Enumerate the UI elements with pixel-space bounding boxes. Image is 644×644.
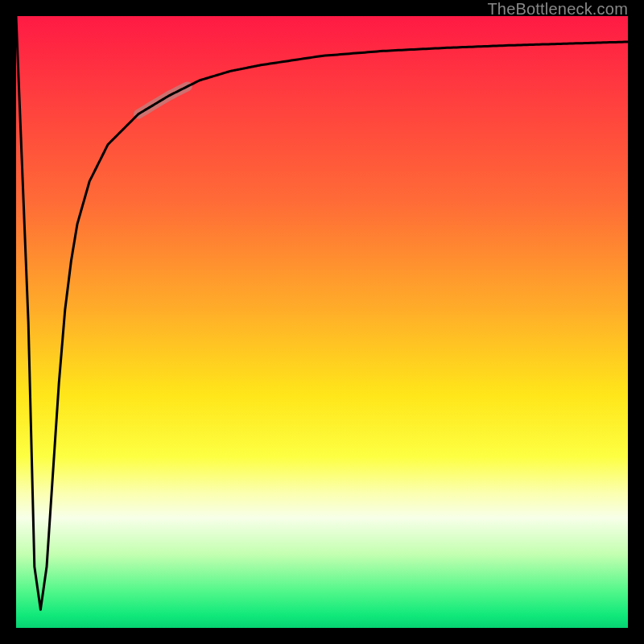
bottleneck-curve <box>16 16 628 609</box>
chart-frame: TheBottleneck.com <box>0 0 644 644</box>
plot-area <box>16 16 628 628</box>
curve-svg <box>16 16 628 628</box>
